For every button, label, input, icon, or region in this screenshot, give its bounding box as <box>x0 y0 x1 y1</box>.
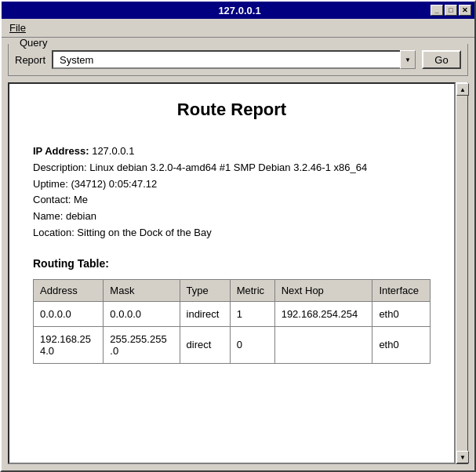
col-header-interface: Interface <box>372 279 431 301</box>
maximize-button[interactable]: □ <box>445 5 457 16</box>
row2-type: direct <box>180 326 230 363</box>
scroll-down-button[interactable]: ▼ <box>456 451 469 463</box>
report-title: Route Report <box>33 100 431 120</box>
row1-interface: eth0 <box>372 301 431 326</box>
row1-mask: 0.0.0.0 <box>104 301 180 326</box>
menu-bar: File <box>2 19 474 38</box>
uptime-line: Uptime: (34712) 0:05:47.12 <box>33 176 431 193</box>
window-title: 127.0.0.1 <box>49 5 431 16</box>
row2-interface: eth0 <box>372 326 431 363</box>
row1-nexthop: 192.168.254.254 <box>274 301 372 326</box>
routing-table-title: Routing Table: <box>33 257 431 270</box>
col-header-mask: Mask <box>104 279 180 301</box>
query-group: Query Report System ▼ Go <box>8 44 468 76</box>
vertical-scrollbar: ▲ ▼ <box>456 82 468 464</box>
table-header-row: Address Mask Type Metric Next Hop Interf… <box>34 279 431 301</box>
scrollbar-track[interactable] <box>456 96 467 451</box>
ip-label: IP Address: <box>33 145 89 157</box>
row1-type: indirect <box>180 301 230 326</box>
report-select[interactable]: System <box>52 50 416 69</box>
query-legend: Query <box>16 38 50 49</box>
routing-table: Address Mask Type Metric Next Hop Interf… <box>33 279 431 364</box>
description-line: Description: Linux debian 3.2.0-4-amd64 … <box>33 160 431 176</box>
main-window: 127.0.0.1 _ □ ✕ File Query Report System… <box>0 0 476 472</box>
table-row: 0.0.0.0 0.0.0.0 indirect 1 192.168.254.2… <box>34 301 431 326</box>
file-menu[interactable]: File <box>5 20 31 35</box>
row2-nexthop <box>274 326 372 363</box>
row2-metric: 0 <box>230 326 274 363</box>
go-button[interactable]: Go <box>422 50 461 69</box>
col-header-address: Address <box>34 279 104 301</box>
name-line: Name: debian <box>33 209 431 225</box>
title-bar: 127.0.0.1 _ □ ✕ <box>2 2 474 19</box>
ip-value: 127.0.0.1 <box>92 145 134 157</box>
col-header-nexthop: Next Hop <box>274 279 372 301</box>
row1-address: 0.0.0.0 <box>34 301 104 326</box>
scroll-up-button[interactable]: ▲ <box>456 83 469 96</box>
row1-metric: 1 <box>230 301 274 326</box>
content-area: Query Report System ▼ Go Route Report <box>2 38 474 470</box>
col-header-metric: Metric <box>230 279 274 301</box>
report-info: IP Address: 127.0.0.1 Description: Linux… <box>33 143 431 241</box>
row2-address: 192.168.254.0 <box>34 326 104 363</box>
table-row: 192.168.254.0 255.255.255.0 direct 0 eth… <box>34 326 431 363</box>
report-area: Route Report IP Address: 127.0.0.1 Descr… <box>8 82 468 464</box>
close-button[interactable]: ✕ <box>459 5 471 16</box>
location-line: Location: Sitting on the Dock of the Bay <box>33 225 431 241</box>
report-inner: Route Report IP Address: 127.0.0.1 Descr… <box>9 84 454 379</box>
report-label: Report <box>15 54 45 66</box>
report-select-wrapper: System ▼ <box>52 50 416 69</box>
ip-line: IP Address: 127.0.0.1 <box>33 143 431 160</box>
query-row: Report System ▼ Go <box>15 50 461 69</box>
window-controls: _ □ ✕ <box>431 5 471 16</box>
contact-line: Contact: Me <box>33 192 431 209</box>
minimize-button[interactable]: _ <box>431 5 443 16</box>
col-header-type: Type <box>180 279 230 301</box>
report-content: Route Report IP Address: 127.0.0.1 Descr… <box>8 82 456 464</box>
row2-mask: 255.255.255.0 <box>104 326 180 363</box>
